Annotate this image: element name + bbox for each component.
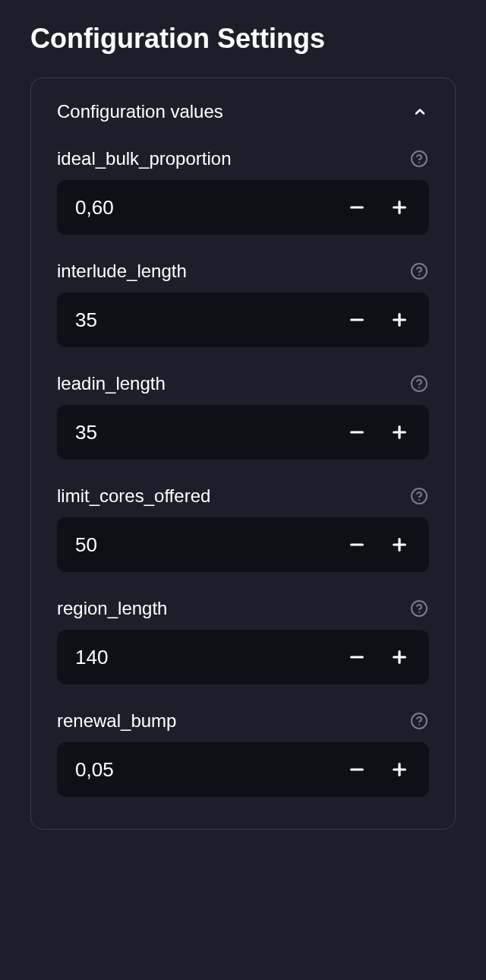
- help-icon[interactable]: [409, 261, 429, 281]
- panel-header[interactable]: Configuration values: [57, 101, 429, 122]
- number-value[interactable]: 0,05: [75, 758, 338, 782]
- decrement-button[interactable]: [338, 301, 376, 339]
- panel-header-title: Configuration values: [57, 101, 223, 122]
- stepper-controls: [338, 188, 418, 226]
- increment-button[interactable]: [380, 751, 418, 789]
- field-header: interlude_length: [57, 261, 429, 282]
- field-label: leadin_length: [57, 373, 166, 394]
- number-input[interactable]: 35: [57, 405, 429, 460]
- field-header: renewal_bump: [57, 710, 429, 732]
- chevron-up-icon[interactable]: [411, 103, 429, 121]
- stepper-controls: [338, 301, 418, 339]
- field-limit-cores-offered: limit_cores_offered 50: [57, 485, 429, 572]
- increment-button[interactable]: [380, 188, 418, 226]
- field-label: interlude_length: [57, 261, 187, 282]
- field-ideal-bulk-proportion: ideal_bulk_proportion 0,60: [57, 148, 429, 235]
- field-region-length: region_length 140: [57, 598, 429, 684]
- increment-button[interactable]: [380, 638, 418, 676]
- stepper-controls: [338, 413, 418, 451]
- decrement-button[interactable]: [338, 413, 376, 451]
- increment-button[interactable]: [380, 526, 418, 564]
- decrement-button[interactable]: [338, 638, 376, 676]
- stepper-controls: [338, 751, 418, 789]
- field-label: region_length: [57, 598, 167, 619]
- number-value[interactable]: 0,60: [75, 196, 338, 220]
- field-header: limit_cores_offered: [57, 485, 429, 507]
- field-interlude-length: interlude_length 35: [57, 261, 429, 347]
- decrement-button[interactable]: [338, 188, 376, 226]
- field-header: ideal_bulk_proportion: [57, 148, 429, 169]
- increment-button[interactable]: [380, 301, 418, 339]
- field-label: ideal_bulk_proportion: [57, 148, 232, 169]
- stepper-controls: [338, 638, 418, 676]
- field-header: region_length: [57, 598, 429, 619]
- number-value[interactable]: 50: [75, 533, 338, 557]
- field-header: leadin_length: [57, 373, 429, 394]
- number-value[interactable]: 140: [75, 646, 338, 669]
- number-input[interactable]: 0,60: [57, 180, 429, 235]
- number-input[interactable]: 50: [57, 517, 429, 572]
- number-input[interactable]: 140: [57, 630, 429, 684]
- field-renewal-bump: renewal_bump 0,05: [57, 710, 429, 797]
- number-input[interactable]: 35: [57, 292, 429, 347]
- field-label: limit_cores_offered: [57, 485, 210, 507]
- config-values-panel: Configuration values ideal_bulk_proporti…: [30, 77, 456, 830]
- help-icon[interactable]: [409, 486, 429, 506]
- stepper-controls: [338, 526, 418, 564]
- field-label: renewal_bump: [57, 710, 176, 732]
- field-leadin-length: leadin_length 35: [57, 373, 429, 460]
- help-icon[interactable]: [409, 599, 429, 618]
- number-value[interactable]: 35: [75, 308, 338, 332]
- help-icon[interactable]: [409, 374, 429, 394]
- page-title: Configuration Settings: [30, 23, 456, 55]
- increment-button[interactable]: [380, 413, 418, 451]
- decrement-button[interactable]: [338, 526, 376, 564]
- decrement-button[interactable]: [338, 751, 376, 789]
- number-value[interactable]: 35: [75, 421, 338, 444]
- help-icon[interactable]: [409, 711, 429, 731]
- number-input[interactable]: 0,05: [57, 742, 429, 797]
- help-icon[interactable]: [409, 149, 429, 169]
